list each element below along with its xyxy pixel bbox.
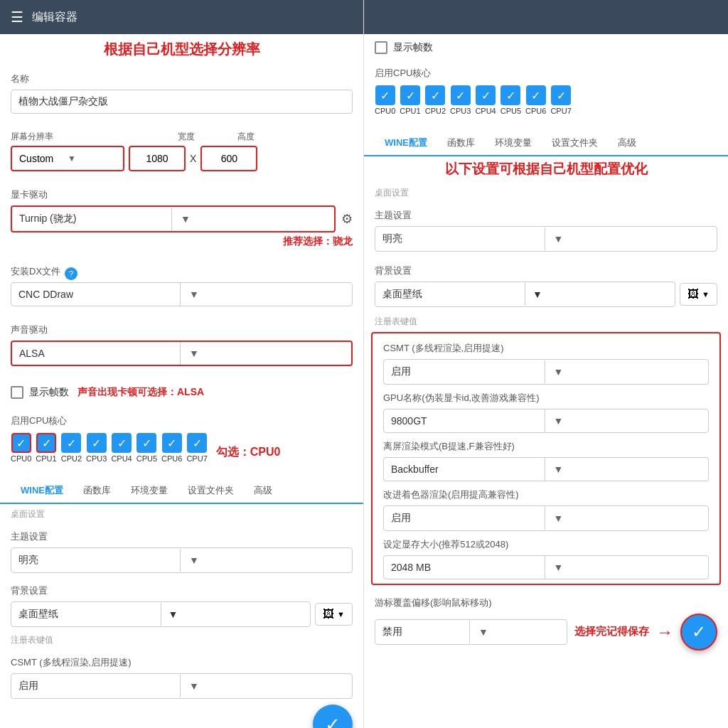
gpu-chevron-icon: ▼ <box>171 208 334 230</box>
annotation-cpu: 勾选：CPU0 <box>216 445 281 460</box>
fps-checkbox-row: 显示帧数 <box>11 386 69 399</box>
right-cpu5-checkbox[interactable]: ✓ <box>500 85 520 105</box>
cpu7-checkbox[interactable]: ✓ <box>187 433 207 453</box>
cpu0-checkbox[interactable]: ✓ <box>11 433 31 453</box>
right-cpu6-label: CPU6 <box>525 107 546 115</box>
right-bg-section: 背景设置 桌面壁纸 ▼ 🖼 ▼ <box>364 256 728 311</box>
resolution-dropdown[interactable]: Custom ▼ <box>11 146 124 171</box>
right-csmt-chevron-icon: ▼ <box>545 360 709 383</box>
cpu0-label: CPU0 <box>11 454 31 463</box>
dx-dropdown[interactable]: CNC DDraw ▼ <box>11 282 353 306</box>
right-header <box>364 0 728 34</box>
right-tab-functions[interactable]: 函数库 <box>437 131 485 155</box>
right-cpu6-checkbox[interactable]: ✓ <box>526 85 546 105</box>
cpu3-checkbox[interactable]: ✓ <box>87 433 107 453</box>
right-theme-dropdown[interactable]: 明亮 ▼ <box>375 226 717 252</box>
help-icon[interactable]: ? <box>65 267 77 280</box>
resolution-value: Custom <box>19 153 68 164</box>
right-cpu2-checkbox[interactable]: ✓ <box>425 85 445 105</box>
cpu4-label: CPU4 <box>111 454 132 463</box>
right-tab-wine-config[interactable]: WINE配置 <box>375 131 437 156</box>
left-desktop-label: 桌面设置 <box>0 504 363 522</box>
tab-settings-folder[interactable]: 设置文件夹 <box>178 478 244 503</box>
right-tab-settings-folder[interactable]: 设置文件夹 <box>542 131 608 155</box>
tab-wine-config[interactable]: WINE配置 <box>11 478 73 504</box>
right-gpu-name-dropdown[interactable]: 9800GT ▼ <box>383 409 709 433</box>
left-csmt-dropdown[interactable]: 启用 ▼ <box>11 673 353 699</box>
right-bg-dropdown[interactable]: 桌面壁纸 ▼ <box>375 282 675 307</box>
cpu-row: ✓ CPU0 ✓ CPU1 ✓ CPU2 ✓ CPU3 ✓ CPU4 <box>11 433 353 463</box>
dx-value: CNC DDraw <box>11 283 180 306</box>
image-icon: 🖼 <box>323 608 334 621</box>
right-vram-chevron-icon: ▼ <box>545 556 709 579</box>
right-image-chevron-icon: ▼ <box>702 290 710 299</box>
width-input[interactable] <box>129 146 186 171</box>
right-cpu4-checkbox[interactable]: ✓ <box>476 85 496 105</box>
right-cpu0-checkbox[interactable]: ✓ <box>375 85 395 105</box>
width-label: 宽度 <box>178 131 195 143</box>
resolution-section: 屏幕分辨率 宽度 高度 Custom ▼ X <box>0 122 363 180</box>
cpu5-label: CPU5 <box>136 454 157 463</box>
left-save-button[interactable]: ✓ <box>313 705 353 728</box>
right-colorizer-dropdown[interactable]: 启用 ▼ <box>383 505 709 531</box>
name-input[interactable] <box>11 90 353 114</box>
cpu-item-7: ✓ CPU7 <box>186 433 207 463</box>
right-cursor-dropdown[interactable]: 禁用 ▼ <box>375 619 567 645</box>
left-bg-dropdown[interactable]: 桌面壁纸 ▼ <box>11 601 311 627</box>
annotation-optimize: 以下设置可根据自己机型配置优化 <box>364 156 728 183</box>
cpu2-checkbox[interactable]: ✓ <box>61 433 81 453</box>
cpu4-checkbox[interactable]: ✓ <box>112 433 132 453</box>
right-panel: 显示帧数 启用CPU核心 ✓ CPU0 ✓ CPU1 ✓ CPU2 ✓ CPU3… <box>364 0 728 728</box>
left-csmt-chevron-icon: ▼ <box>180 675 352 697</box>
menu-icon[interactable]: ☰ <box>11 9 23 26</box>
right-vram-dropdown[interactable]: 2048 MB ▼ <box>383 555 709 579</box>
right-cpu-item-6: ✓ CPU6 <box>525 85 546 115</box>
right-cpu-grid: ✓ CPU0 ✓ CPU1 ✓ CPU2 ✓ CPU3 ✓ CPU4 ✓ CPU… <box>375 85 717 115</box>
tab-env-vars[interactable]: 环境变量 <box>121 478 178 503</box>
right-cpu1-checkbox[interactable]: ✓ <box>400 85 420 105</box>
cpu6-label: CPU6 <box>161 454 182 463</box>
right-cpu7-checkbox[interactable]: ✓ <box>551 85 571 105</box>
height-input[interactable] <box>200 146 257 171</box>
cpu-item-4: ✓ CPU4 <box>111 433 132 463</box>
cpu6-checkbox[interactable]: ✓ <box>162 433 182 453</box>
fps-checkbox[interactable] <box>11 386 23 399</box>
gpu-gear-button[interactable]: ⚙ <box>341 211 353 227</box>
right-cursor-chevron-icon: ▼ <box>469 621 567 643</box>
right-save-annotation: 选择完记得保存 <box>574 625 649 638</box>
right-csmt-dropdown[interactable]: 启用 ▼ <box>383 359 709 385</box>
cpu-item-5: ✓ CPU5 <box>136 433 157 463</box>
right-fps-checkbox[interactable] <box>375 41 387 54</box>
right-tab-env-vars[interactable]: 环境变量 <box>485 131 542 155</box>
right-theme-label: 主题设置 <box>375 209 717 222</box>
left-csmt-label: CSMT (多线程渲染,启用提速) <box>11 656 353 669</box>
left-bg-label: 背景设置 <box>11 584 353 597</box>
audio-section: 声音驱动 ALSA ▼ <box>0 315 363 375</box>
gpu-label: 显卡驱动 <box>11 188 353 201</box>
cpu1-checkbox[interactable]: ✓ <box>36 433 56 453</box>
tab-advanced[interactable]: 高级 <box>244 478 282 503</box>
left-theme-dropdown[interactable]: 明亮 ▼ <box>11 547 353 573</box>
left-bg-image-button[interactable]: 🖼 ▼ <box>315 603 353 626</box>
resolution-row: Custom ▼ X <box>11 146 353 171</box>
cpu5-checkbox[interactable]: ✓ <box>136 433 156 453</box>
cpu-item-1: ✓ CPU1 <box>36 433 56 463</box>
right-save-button[interactable]: ✓ <box>680 614 717 651</box>
left-theme-value: 明亮 <box>11 548 180 572</box>
right-cursor-label: 游标覆盖偏移(影响鼠标移动) <box>375 596 717 609</box>
right-bg-image-button[interactable]: 🖼 ▼ <box>680 283 717 306</box>
tab-functions[interactable]: 函数库 <box>73 478 121 503</box>
right-offscreen-dropdown[interactable]: Backbuffer ▼ <box>383 457 709 481</box>
right-tab-advanced[interactable]: 高级 <box>608 131 646 155</box>
left-panel: ☰ 编辑容器 根据自己机型选择分辨率 名称 屏幕分辨率 宽度 高度 Custom… <box>0 0 364 728</box>
gpu-dropdown[interactable]: Turnip (骁龙) ▼ <box>11 205 336 232</box>
right-cpu-item-4: ✓ CPU4 <box>475 85 496 115</box>
right-offscreen-value: Backbuffer <box>384 458 545 481</box>
left-csmt-section: CSMT (多线程渲染,启用提速) 启用 ▼ <box>0 648 363 702</box>
right-cpu3-checkbox[interactable]: ✓ <box>451 85 471 105</box>
gpu-select-row: Turnip (骁龙) ▼ ⚙ <box>11 205 353 232</box>
right-fps-label: 显示帧数 <box>393 41 433 54</box>
left-csmt-value: 启用 <box>11 674 180 698</box>
right-colorizer-value: 启用 <box>384 506 545 530</box>
audio-dropdown[interactable]: ALSA ▼ <box>11 341 353 366</box>
